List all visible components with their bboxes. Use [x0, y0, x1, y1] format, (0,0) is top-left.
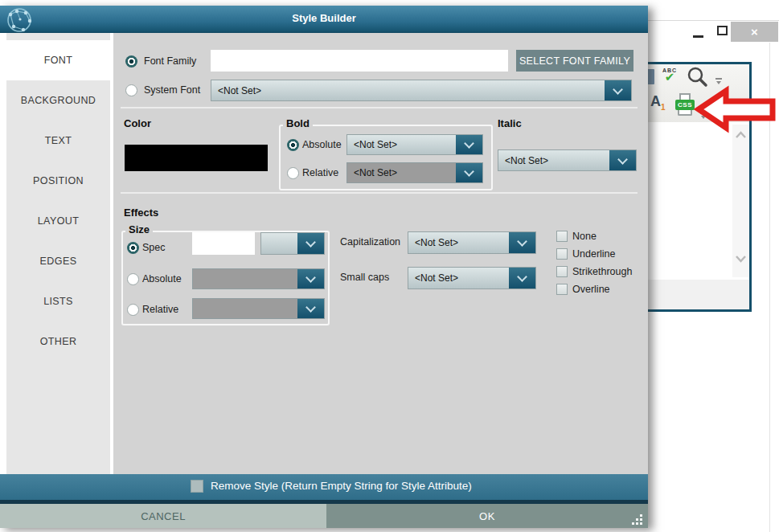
chevron-down-icon[interactable]	[297, 233, 324, 254]
panel-footer	[638, 280, 749, 309]
remove-style-bar: Remove Style (Return Empty String for St…	[0, 474, 648, 500]
tab-lists[interactable]: LISTS	[6, 281, 110, 321]
chevron-down-icon[interactable]	[609, 150, 636, 170]
font-color-subscript: 1	[661, 103, 666, 112]
small-caps-label: Small caps	[340, 272, 389, 283]
divider	[121, 107, 638, 108]
font-family-input[interactable]	[211, 50, 508, 72]
category-sidebar: FONT BACKGROUND TEXT POSITION LAYOUT EDG…	[6, 33, 110, 474]
italic-heading: Italic	[498, 117, 522, 129]
system-font-dropdown[interactable]: <Not Set>	[211, 80, 632, 101]
size-group-label: Size	[125, 223, 153, 235]
minimize-icon[interactable]	[693, 35, 703, 38]
font-color-icon[interactable]: A1	[650, 93, 666, 112]
tab-text[interactable]: TEXT	[6, 121, 110, 161]
chevron-down-icon[interactable]	[605, 80, 631, 100]
font-color-letter: A	[650, 93, 661, 109]
resize-grip[interactable]	[632, 514, 645, 527]
decoration-none-checkbox[interactable]	[556, 231, 568, 242]
chevron-down-icon[interactable]	[509, 268, 535, 289]
size-absolute-label: Absolute	[142, 273, 182, 284]
maximize-icon[interactable]	[717, 26, 728, 35]
tab-edges[interactable]: EDGES	[6, 241, 110, 281]
remove-style-checkbox[interactable]	[191, 480, 203, 493]
system-font-value: <Not Set>	[211, 85, 605, 96]
decoration-underline-checkbox[interactable]	[556, 248, 568, 260]
size-relative-dropdown[interactable]	[192, 298, 325, 319]
italic-dropdown[interactable]: <Not Set>	[498, 149, 637, 171]
cancel-button[interactable]: CANCEL	[0, 504, 326, 528]
bold-group-label: Bold	[283, 117, 313, 129]
tab-font[interactable]: FONT	[6, 40, 110, 80]
system-font-label: System Font	[144, 84, 200, 96]
decoration-underline-label: Underline	[572, 248, 616, 260]
size-absolute-radio[interactable]	[127, 273, 139, 285]
select-font-family-button[interactable]: SELECT FONT FAMILY	[516, 50, 633, 72]
red-callout-arrow	[687, 84, 779, 136]
chevron-down-icon[interactable]	[297, 299, 324, 318]
size-relative-label: Relative	[142, 304, 178, 315]
bold-relative-label: Relative	[302, 167, 338, 178]
close-button[interactable]: ×	[731, 22, 778, 42]
small-caps-value: <Not Set>	[408, 272, 509, 284]
tab-background[interactable]: BACKGROUND	[6, 80, 110, 121]
effects-heading: Effects	[124, 207, 158, 219]
style-builder-dialog: Style Builder FONT BACKGROUND TEXT POSIT…	[0, 6, 648, 528]
tab-other[interactable]: OTHER	[6, 321, 110, 362]
capitalization-value: <Not Set>	[408, 237, 509, 248]
color-heading: Color	[124, 117, 151, 129]
bold-relative-dropdown[interactable]: <Not Set>	[346, 162, 483, 183]
system-font-radio[interactable]	[125, 84, 137, 96]
size-spec-unit-dropdown[interactable]	[260, 232, 325, 255]
chevron-down-icon[interactable]	[297, 269, 324, 289]
small-caps-dropdown[interactable]: <Not Set>	[408, 267, 536, 289]
bold-absolute-dropdown[interactable]: <Not Set>	[346, 134, 483, 155]
remove-style-label: Remove Style (Return Empty String for St…	[211, 480, 472, 492]
bold-absolute-radio[interactable]	[287, 139, 299, 151]
spellcheck-icon[interactable]: ABC ✔	[659, 68, 680, 81]
color-swatch[interactable]	[125, 145, 268, 171]
chevron-down-icon[interactable]	[456, 135, 482, 154]
font-family-label: Font Family	[144, 55, 196, 67]
decoration-none-label: None	[572, 231, 597, 242]
size-absolute-dropdown[interactable]	[192, 268, 325, 289]
divider	[121, 192, 638, 194]
dialog-title: Style Builder	[0, 6, 648, 31]
bold-absolute-value: <Not Set>	[347, 139, 456, 150]
tab-position[interactable]: POSITION	[6, 161, 110, 201]
close-icon: ×	[751, 25, 758, 39]
chevron-down-icon[interactable]	[456, 163, 482, 182]
size-spec-radio[interactable]	[127, 242, 139, 254]
capitalization-dropdown[interactable]: <Not Set>	[408, 231, 536, 254]
size-spec-input[interactable]	[192, 232, 255, 255]
dialog-titlebar[interactable]: Style Builder	[0, 6, 648, 33]
tab-layout[interactable]: LAYOUT	[6, 201, 110, 241]
bold-relative-radio[interactable]	[287, 167, 299, 179]
decoration-strikethrough-checkbox[interactable]	[556, 266, 568, 277]
bold-absolute-label: Absolute	[302, 139, 342, 150]
chevron-down-icon[interactable]	[509, 232, 535, 253]
italic-value: <Not Set>	[498, 155, 609, 166]
size-spec-label: Spec	[142, 242, 166, 253]
scroll-down-icon[interactable]	[735, 255, 747, 263]
ok-button[interactable]: OK	[326, 504, 648, 528]
decoration-strikethrough-label: Strikethrough	[572, 266, 632, 277]
font-family-radio[interactable]	[125, 55, 137, 68]
bold-relative-value: <Not Set>	[347, 167, 456, 178]
decoration-overline-checkbox[interactable]	[556, 284, 568, 295]
toolbar-dropdown-icon[interactable]	[715, 78, 722, 84]
panel-scrollbar[interactable]	[732, 125, 749, 277]
capitalization-label: Capitalization	[340, 236, 400, 248]
size-relative-radio[interactable]	[127, 304, 139, 316]
decoration-overline-label: Overline	[572, 284, 610, 295]
spellcheck-checkmark: ✔	[659, 73, 680, 81]
screenshot-stage: × ABC ✔ A1 CSS	[0, 0, 779, 532]
